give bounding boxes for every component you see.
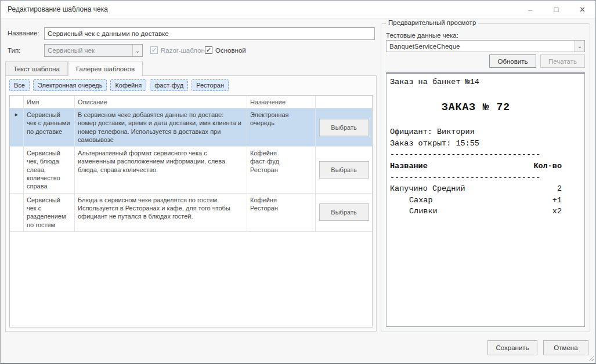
preview-group: Предварительный просмотр Тестовые данные… <box>381 23 590 332</box>
action-cell: Выбрать <box>316 108 372 146</box>
receipt-item-qty: 2 <box>557 183 562 195</box>
receipt-waiter-line: Официант: Виктория <box>390 126 562 138</box>
select-template-button[interactable]: Выбрать <box>319 203 369 221</box>
table-header: Имя Описание Назначение <box>10 96 372 108</box>
table-row[interactable]: ▶ Сервисный чек с данными по доставке В … <box>10 108 372 147</box>
tab-template-text[interactable]: Текст шаблона <box>5 61 68 75</box>
main-template-checkbox[interactable]: ✓ Основной <box>205 46 246 54</box>
dialog-body: Название: Сервисный чек с данными по дос… <box>1 19 595 363</box>
receipt-item: Капучино Средний 2 <box>390 183 562 195</box>
receipt-columns-header: Название Кол-во <box>390 161 562 172</box>
chevron-down-icon: ⌄ <box>132 45 142 56</box>
table-row[interactable]: Сервисный чек с разделением по гостям Бл… <box>10 194 372 232</box>
filter-fastfood-button[interactable]: фаст-фуд <box>150 79 188 91</box>
filter-restaurant-button[interactable]: Ресторан <box>192 79 229 91</box>
receipt-content: Заказ на банкет №14 ЗАКАЗ № 72 Официант:… <box>390 77 562 217</box>
action-cell: Выбрать <box>316 147 372 192</box>
close-icon[interactable]: ✕ <box>569 1 595 19</box>
templates-table: Имя Описание Назначение ▶ Сервисный чек … <box>9 95 373 327</box>
row-pointer-icon: ▶ <box>10 108 24 146</box>
print-button[interactable]: Печатать <box>540 54 585 68</box>
save-button[interactable]: Сохранить <box>487 340 537 355</box>
receipt-divider: -------------------------------- <box>390 149 562 161</box>
receipt-order-title: ЗАКАЗ № 72 <box>390 99 562 116</box>
description-header: Описание <box>75 96 247 108</box>
window-controls: – □ ✕ <box>517 1 595 19</box>
receipt-modifier: Сливки x2 <box>390 206 562 217</box>
window-title: Редактирование шаблона чека <box>8 1 108 19</box>
type-select[interactable]: Сервисный чек ⌄ <box>44 44 143 57</box>
preview-group-title: Предварительный просмотр <box>386 19 478 26</box>
filter-bar: Все Электронная очередь Кофейня фаст-фуд… <box>9 79 229 91</box>
template-name: Сервисный чек, блюда слева, количество с… <box>24 147 75 192</box>
type-select-value: Сервисный чек <box>45 45 132 56</box>
template-name: Сервисный чек с данными по доставке <box>24 108 75 146</box>
maximize-icon[interactable]: □ <box>543 1 569 19</box>
cancel-button[interactable]: Отмена <box>543 340 588 355</box>
edit-template-dialog: Редактирование шаблона чека – □ ✕ Назван… <box>0 0 596 364</box>
check-icon: ✓ <box>150 46 158 54</box>
receipt-banquet-line: Заказ на банкет №14 <box>390 77 562 88</box>
name-header: Имя <box>24 96 75 108</box>
template-name: Сервисный чек с разделением по гостям <box>24 194 75 231</box>
receipt-divider: -------------------------------- <box>390 172 562 184</box>
name-label: Название: <box>8 30 39 37</box>
template-description: Блюда в сервисном чеке разделятся по гос… <box>75 194 247 231</box>
razor-template-checkbox[interactable]: ✓ Razor-шаблон <box>150 46 205 54</box>
main-template-label: Основной <box>215 47 246 54</box>
template-description: Альтернативный формат сервисного чека с … <box>75 147 247 192</box>
select-template-button[interactable]: Выбрать <box>319 161 369 179</box>
selector-cell <box>10 194 24 231</box>
template-purpose: Кофейня фаст-фуд Ресторан <box>247 147 316 192</box>
selector-cell <box>10 147 24 192</box>
template-purpose: Кофейня Ресторан <box>247 194 316 231</box>
filter-coffee-button[interactable]: Кофейня <box>110 79 146 91</box>
refresh-button[interactable]: Обновить <box>489 54 536 68</box>
receipt-modifier: Сахар +1 <box>390 195 562 206</box>
select-template-button[interactable]: Выбрать <box>319 119 369 136</box>
razor-template-label: Razor-шаблон <box>161 47 205 54</box>
minimize-icon[interactable]: – <box>517 1 543 19</box>
receipt-col-qty: Кол-во <box>533 161 562 172</box>
table-row[interactable]: Сервисный чек, блюда слева, количество с… <box>10 147 372 193</box>
template-purpose: Электронная очередь <box>247 108 316 146</box>
selector-header-cell <box>10 96 24 108</box>
receipt-item-qty: +1 <box>552 195 562 206</box>
receipt-item-name: Сливки <box>390 206 438 217</box>
tab-template-gallery[interactable]: Галерея шаблонов <box>68 61 143 76</box>
receipt-preview[interactable]: Заказ на банкет №14 ЗАКАЗ № 72 Официант:… <box>386 72 585 327</box>
type-label: Тип: <box>8 47 20 54</box>
receipt-item-name: Сахар <box>390 195 433 206</box>
filter-all-button[interactable]: Все <box>9 79 30 91</box>
template-description: В сервисном чеке добавятся данные по дос… <box>75 108 247 146</box>
test-data-label: Тестовые данные чека: <box>386 32 458 39</box>
resize-grip[interactable] <box>587 355 594 361</box>
test-data-select-value: BanquetServiceCheque <box>387 41 575 52</box>
receipt-item-qty: x2 <box>552 206 562 217</box>
receipt-opened-line: Заказ открыт: 15:55 <box>390 138 562 150</box>
purpose-header: Назначение <box>247 96 316 108</box>
receipt-item-name: Капучино Средний <box>390 183 465 195</box>
name-input[interactable]: Сервисный чек с данными по доставке <box>44 27 375 40</box>
filter-equeue-button[interactable]: Электронная очередь <box>33 79 107 91</box>
action-cell: Выбрать <box>316 194 372 231</box>
chevron-down-icon: ⌄ <box>575 41 584 52</box>
receipt-col-name: Название <box>390 161 428 172</box>
gallery-panel: Все Электронная очередь Кофейня фаст-фуд… <box>5 75 377 332</box>
check-icon: ✓ <box>205 46 212 54</box>
title-bar[interactable]: Редактирование шаблона чека – □ ✕ <box>1 1 595 19</box>
action-header-cell <box>316 96 372 108</box>
test-data-select[interactable]: BanquetServiceCheque ⌄ <box>386 40 585 52</box>
